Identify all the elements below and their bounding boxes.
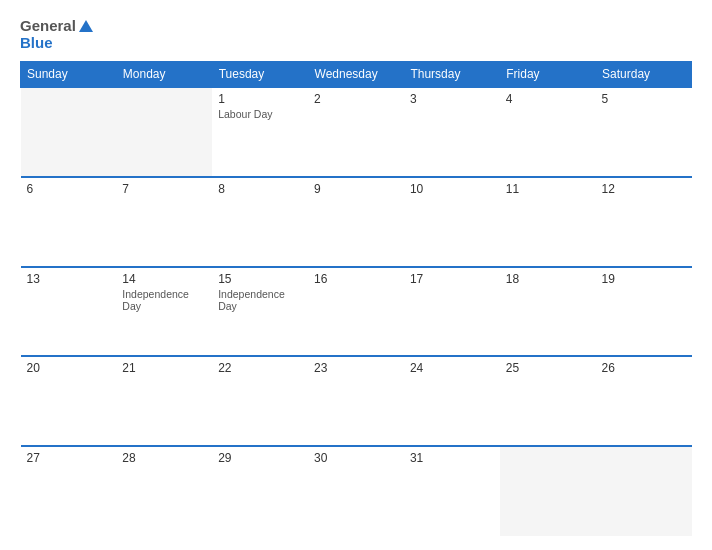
- calendar-cell: 29: [212, 446, 308, 536]
- day-number: 25: [506, 361, 590, 375]
- day-number: 15: [218, 272, 302, 286]
- calendar-cell: 11: [500, 177, 596, 267]
- holiday-label: Independence Day: [218, 288, 302, 312]
- day-number: 21: [122, 361, 206, 375]
- day-number: 10: [410, 182, 494, 196]
- calendar-week-row: 1314Independence Day15Independence Day16…: [21, 267, 692, 357]
- day-number: 18: [506, 272, 590, 286]
- day-number: 16: [314, 272, 398, 286]
- day-number: 13: [27, 272, 111, 286]
- logo-triangle-icon: [79, 20, 93, 32]
- calendar-cell: 24: [404, 356, 500, 446]
- calendar-cell: 28: [116, 446, 212, 536]
- calendar-cell: 10: [404, 177, 500, 267]
- calendar-cell: [500, 446, 596, 536]
- day-number: 24: [410, 361, 494, 375]
- calendar-cell: 9: [308, 177, 404, 267]
- calendar-cell: 20: [21, 356, 117, 446]
- calendar-cell: 7: [116, 177, 212, 267]
- day-number: 20: [27, 361, 111, 375]
- calendar-header-row: SundayMondayTuesdayWednesdayThursdayFrid…: [21, 62, 692, 88]
- day-number: 5: [602, 92, 686, 106]
- day-number: 22: [218, 361, 302, 375]
- calendar-cell: 30: [308, 446, 404, 536]
- logo-blue: Blue: [20, 35, 53, 52]
- day-number: 3: [410, 92, 494, 106]
- calendar-cell: 2: [308, 87, 404, 177]
- col-header-tuesday: Tuesday: [212, 62, 308, 88]
- calendar-cell: 23: [308, 356, 404, 446]
- day-number: 26: [602, 361, 686, 375]
- logo-general: General: [20, 18, 76, 35]
- calendar-cell: 31: [404, 446, 500, 536]
- day-number: 9: [314, 182, 398, 196]
- col-header-sunday: Sunday: [21, 62, 117, 88]
- day-number: 14: [122, 272, 206, 286]
- logo: General Blue: [20, 18, 93, 51]
- day-number: 19: [602, 272, 686, 286]
- day-number: 4: [506, 92, 590, 106]
- day-number: 11: [506, 182, 590, 196]
- day-number: 8: [218, 182, 302, 196]
- calendar-cell: 3: [404, 87, 500, 177]
- day-number: 27: [27, 451, 111, 465]
- calendar-cell: [116, 87, 212, 177]
- col-header-wednesday: Wednesday: [308, 62, 404, 88]
- calendar-cell: 13: [21, 267, 117, 357]
- calendar-cell: 17: [404, 267, 500, 357]
- day-number: 17: [410, 272, 494, 286]
- calendar-cell: 14Independence Day: [116, 267, 212, 357]
- day-number: 30: [314, 451, 398, 465]
- day-number: 6: [27, 182, 111, 196]
- col-header-thursday: Thursday: [404, 62, 500, 88]
- calendar-cell: 15Independence Day: [212, 267, 308, 357]
- calendar-cell: 5: [596, 87, 692, 177]
- day-number: 31: [410, 451, 494, 465]
- calendar-page: General Blue SundayMondayTuesdayWednesda…: [0, 0, 712, 550]
- calendar-cell: [21, 87, 117, 177]
- day-number: 12: [602, 182, 686, 196]
- calendar-week-row: 6789101112: [21, 177, 692, 267]
- col-header-saturday: Saturday: [596, 62, 692, 88]
- calendar-cell: 8: [212, 177, 308, 267]
- calendar-cell: 19: [596, 267, 692, 357]
- calendar-cell: 4: [500, 87, 596, 177]
- day-number: 7: [122, 182, 206, 196]
- calendar-cell: 12: [596, 177, 692, 267]
- day-number: 29: [218, 451, 302, 465]
- calendar-cell: 22: [212, 356, 308, 446]
- holiday-label: Independence Day: [122, 288, 206, 312]
- calendar-header: General Blue: [20, 18, 692, 51]
- calendar-cell: 27: [21, 446, 117, 536]
- calendar-cell: 21: [116, 356, 212, 446]
- calendar-cell: 26: [596, 356, 692, 446]
- col-header-monday: Monday: [116, 62, 212, 88]
- day-number: 28: [122, 451, 206, 465]
- calendar-week-row: 20212223242526: [21, 356, 692, 446]
- calendar-cell: [596, 446, 692, 536]
- calendar-cell: 16: [308, 267, 404, 357]
- col-header-friday: Friday: [500, 62, 596, 88]
- day-number: 1: [218, 92, 302, 106]
- calendar-week-row: 1Labour Day2345: [21, 87, 692, 177]
- calendar-cell: 6: [21, 177, 117, 267]
- calendar-cell: 18: [500, 267, 596, 357]
- calendar-week-row: 2728293031: [21, 446, 692, 536]
- holiday-label: Labour Day: [218, 108, 302, 120]
- day-number: 23: [314, 361, 398, 375]
- calendar-table: SundayMondayTuesdayWednesdayThursdayFrid…: [20, 61, 692, 536]
- day-number: 2: [314, 92, 398, 106]
- calendar-cell: 1Labour Day: [212, 87, 308, 177]
- calendar-cell: 25: [500, 356, 596, 446]
